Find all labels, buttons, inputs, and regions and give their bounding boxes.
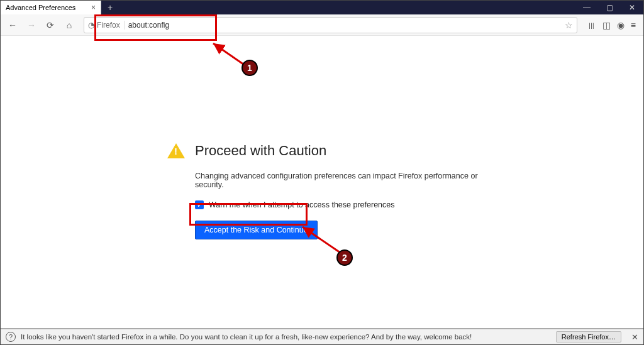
- info-message: It looks like you haven't started Firefo…: [21, 333, 472, 341]
- annotation-badge-2: 2: [336, 249, 353, 266]
- navigation-bar: ← → ⟳ ⌂ ◔ Firefox about:config ☆ ⫼ ◫ ◉ ≡: [1, 14, 643, 36]
- caution-panel: Proceed with Caution Changing advanced c…: [167, 143, 482, 239]
- refresh-firefox-button[interactable]: Refresh Firefox…: [556, 331, 621, 342]
- accept-risk-button[interactable]: Accept the Risk and Continue: [195, 221, 318, 239]
- identity-box[interactable]: ◔ Firefox: [88, 21, 125, 30]
- svg-line-0: [213, 43, 246, 66]
- warning-icon: [167, 143, 185, 158]
- tab-strip: Advanced Preferences × + — ▢ ✕: [1, 1, 643, 14]
- home-button[interactable]: ⌂: [61, 17, 77, 33]
- close-window-button[interactable]: ✕: [621, 1, 643, 14]
- sidebar-icon[interactable]: ◫: [602, 20, 611, 30]
- new-tab-button[interactable]: +: [101, 1, 119, 14]
- caution-description: Changing advanced configuration preferen…: [195, 172, 482, 189]
- tab-title: Advanced Preferences: [6, 4, 75, 11]
- menu-icon[interactable]: ≡: [631, 20, 636, 30]
- info-icon: ?: [6, 332, 16, 342]
- tab-active[interactable]: Advanced Preferences ×: [1, 1, 101, 14]
- warn-checkbox-label: Warn me when I attempt to access these p…: [209, 200, 395, 209]
- page-content: Proceed with Caution Changing advanced c…: [1, 36, 643, 328]
- bookmark-star-icon[interactable]: ☆: [565, 20, 573, 30]
- library-icon[interactable]: ⫼: [587, 20, 596, 30]
- checkbox-checked-icon[interactable]: ✓: [195, 200, 204, 209]
- reload-button[interactable]: ⟳: [42, 17, 58, 33]
- back-button[interactable]: ←: [4, 17, 21, 33]
- minimize-button[interactable]: —: [575, 1, 598, 14]
- window-controls: — ▢ ✕: [575, 1, 643, 14]
- infobar-close-icon[interactable]: ✕: [631, 332, 638, 342]
- close-tab-icon[interactable]: ×: [91, 3, 96, 12]
- warn-checkbox-row[interactable]: ✓ Warn me when I attempt to access these…: [195, 200, 482, 209]
- maximize-button[interactable]: ▢: [598, 1, 621, 14]
- toolbar-right: ⫼ ◫ ◉ ≡: [584, 20, 640, 30]
- account-icon[interactable]: ◉: [617, 20, 625, 30]
- forward-button: →: [23, 17, 40, 33]
- annotation-badge-1: 1: [242, 60, 258, 76]
- url-bar[interactable]: ◔ Firefox about:config ☆: [84, 17, 577, 33]
- url-text: about:config: [128, 21, 561, 30]
- identity-label: Firefox: [97, 21, 120, 30]
- caution-header: Proceed with Caution: [167, 143, 482, 159]
- annotation-arrow-1: [208, 41, 252, 72]
- info-bar: ? It looks like you haven't started Fire…: [1, 328, 643, 344]
- firefox-icon: ◔: [88, 21, 94, 30]
- caution-title: Proceed with Caution: [195, 143, 326, 159]
- browser-window: Advanced Preferences × + — ▢ ✕ ← → ⟳ ⌂ ◔…: [0, 0, 644, 345]
